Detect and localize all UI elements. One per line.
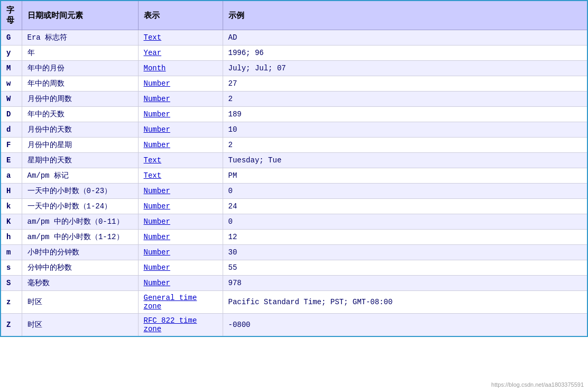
representation-link[interactable]: Number bbox=[144, 217, 170, 226]
cell-letter: M bbox=[1, 61, 22, 76]
cell-element: 小时中的分钟数 bbox=[22, 245, 138, 260]
representation-link[interactable]: Year bbox=[144, 49, 162, 57]
representation-link[interactable]: Month bbox=[144, 64, 166, 72]
cell-element: 年中的月份 bbox=[22, 61, 138, 76]
cell-representation[interactable]: Number bbox=[138, 138, 223, 153]
cell-representation[interactable]: Number bbox=[138, 122, 223, 138]
table-row: w年中的周数Number27 bbox=[1, 76, 587, 92]
cell-representation[interactable]: Number bbox=[138, 184, 223, 199]
cell-representation[interactable]: Number bbox=[138, 230, 223, 245]
representation-link[interactable]: Number bbox=[144, 187, 170, 195]
cell-letter: d bbox=[1, 122, 22, 138]
cell-element: 年中的天数 bbox=[22, 107, 138, 122]
cell-letter: z bbox=[1, 291, 22, 314]
cell-letter: s bbox=[1, 260, 22, 276]
representation-link[interactable]: Text bbox=[144, 171, 162, 180]
cell-representation[interactable]: Number bbox=[138, 92, 223, 107]
table-row: d月份中的天数Number10 bbox=[1, 122, 587, 138]
cell-element: 月份中的天数 bbox=[22, 122, 138, 138]
cell-representation[interactable]: Year bbox=[138, 45, 223, 61]
cell-representation[interactable]: RFC 822 time zone bbox=[138, 314, 223, 337]
cell-example: 0 bbox=[223, 184, 587, 199]
cell-letter: S bbox=[1, 276, 22, 291]
cell-representation[interactable]: Text bbox=[138, 168, 223, 184]
table-row: W月份中的周数Number2 bbox=[1, 92, 587, 107]
table-row: F月份中的星期Number2 bbox=[1, 138, 587, 153]
cell-example: PM bbox=[223, 168, 587, 184]
cell-element: 时区 bbox=[22, 291, 138, 314]
cell-example: 12 bbox=[223, 230, 587, 245]
table-row: D年中的天数Number189 bbox=[1, 107, 587, 122]
cell-letter: h bbox=[1, 230, 22, 245]
cell-letter: D bbox=[1, 107, 22, 122]
table-row: H一天中的小时数（0-23）Number0 bbox=[1, 184, 587, 199]
table-row: k一天中的小时数（1-24）Number24 bbox=[1, 199, 587, 214]
cell-letter: W bbox=[1, 92, 22, 107]
cell-representation[interactable]: Month bbox=[138, 61, 223, 76]
representation-link[interactable]: Number bbox=[144, 125, 170, 134]
representation-link[interactable]: Number bbox=[144, 248, 170, 257]
table-row: aAm/pm 标记TextPM bbox=[1, 168, 587, 184]
representation-link[interactable]: Text bbox=[144, 156, 162, 165]
table-row: GEra 标志符TextAD bbox=[1, 30, 587, 45]
cell-representation[interactable]: Text bbox=[138, 153, 223, 168]
cell-representation[interactable]: General time zone bbox=[138, 291, 223, 314]
cell-example: Pacific Standard Time; PST; GMT-08:00 bbox=[223, 291, 587, 314]
representation-link[interactable]: Number bbox=[144, 95, 170, 103]
cell-representation[interactable]: Number bbox=[138, 245, 223, 260]
cell-example: Tuesday; Tue bbox=[223, 153, 587, 168]
header-example: 示例 bbox=[223, 1, 587, 30]
cell-element: 毫秒数 bbox=[22, 276, 138, 291]
cell-example: 189 bbox=[223, 107, 587, 122]
cell-example: 27 bbox=[223, 76, 587, 92]
representation-link[interactable]: Number bbox=[144, 233, 170, 241]
representation-link[interactable]: Number bbox=[144, 141, 170, 149]
cell-element: 年中的周数 bbox=[22, 76, 138, 92]
cell-representation[interactable]: Text bbox=[138, 30, 223, 45]
table-row: y年Year1996; 96 bbox=[1, 45, 587, 61]
cell-representation[interactable]: Number bbox=[138, 276, 223, 291]
cell-example: 0 bbox=[223, 214, 587, 230]
cell-example: 24 bbox=[223, 199, 587, 214]
representation-link[interactable]: Text bbox=[144, 33, 162, 42]
cell-example: 2 bbox=[223, 92, 587, 107]
cell-element: Era 标志符 bbox=[22, 30, 138, 45]
cell-element: 月份中的星期 bbox=[22, 138, 138, 153]
representation-link[interactable]: RFC 822 time zone bbox=[144, 316, 197, 333]
representation-link[interactable]: Number bbox=[144, 202, 170, 211]
cell-example: 55 bbox=[223, 260, 587, 276]
cell-letter: m bbox=[1, 245, 22, 260]
table-row: M年中的月份MonthJuly; Jul; 07 bbox=[1, 61, 587, 76]
representation-link[interactable]: Number bbox=[144, 263, 170, 272]
cell-representation[interactable]: Number bbox=[138, 76, 223, 92]
cell-representation[interactable]: Number bbox=[138, 260, 223, 276]
representation-link[interactable]: General time zone bbox=[144, 294, 197, 311]
cell-letter: E bbox=[1, 153, 22, 168]
cell-example: 2 bbox=[223, 138, 587, 153]
cell-letter: G bbox=[1, 30, 22, 45]
cell-letter: k bbox=[1, 199, 22, 214]
representation-link[interactable]: Number bbox=[144, 79, 170, 88]
cell-example: AD bbox=[223, 30, 587, 45]
table-row: ham/pm 中的小时数（1-12）Number12 bbox=[1, 230, 587, 245]
cell-representation[interactable]: Number bbox=[138, 199, 223, 214]
cell-example: -0800 bbox=[223, 314, 587, 337]
cell-letter: w bbox=[1, 76, 22, 92]
table-row: m小时中的分钟数Number30 bbox=[1, 245, 587, 260]
cell-letter: y bbox=[1, 45, 22, 61]
cell-element: 年 bbox=[22, 45, 138, 61]
table-row: s分钟中的秒数Number55 bbox=[1, 260, 587, 276]
cell-element: Am/pm 标记 bbox=[22, 168, 138, 184]
date-format-table: 字母 日期或时间元素 表示 示例 GEra 标志符TextADy年Year199… bbox=[0, 0, 588, 337]
cell-representation[interactable]: Number bbox=[138, 107, 223, 122]
cell-representation[interactable]: Number bbox=[138, 214, 223, 230]
cell-element: 分钟中的秒数 bbox=[22, 260, 138, 276]
representation-link[interactable]: Number bbox=[144, 110, 170, 118]
cell-element: 时区 bbox=[22, 314, 138, 337]
cell-example: July; Jul; 07 bbox=[223, 61, 587, 76]
cell-letter: H bbox=[1, 184, 22, 199]
header-representation: 表示 bbox=[138, 1, 223, 30]
representation-link[interactable]: Number bbox=[144, 279, 170, 287]
table-row: S毫秒数Number978 bbox=[1, 276, 587, 291]
cell-example: 10 bbox=[223, 122, 587, 138]
